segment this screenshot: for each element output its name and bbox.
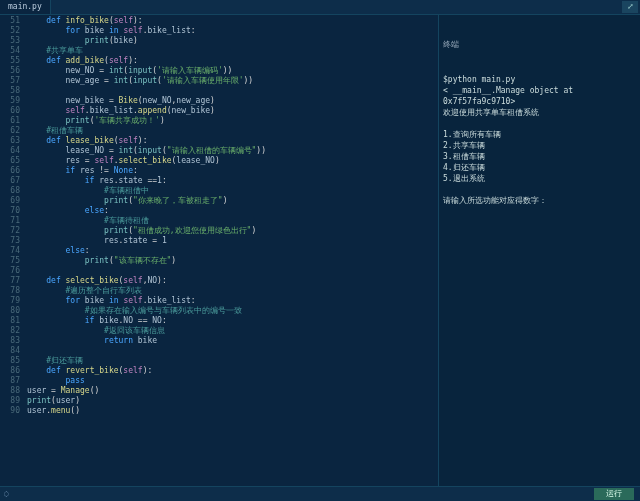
loading-icon: ◌ [4,489,14,499]
maximize-icon[interactable]: ⤢ [622,1,638,13]
status-bar: ◌ 运行 [0,486,640,501]
tab-bar: main.py ⤢ [0,0,640,15]
run-button[interactable]: 运行 [594,488,634,500]
tab-main-py[interactable]: main.py [0,0,51,14]
terminal-title: 终端 [443,39,636,50]
terminal-panel[interactable]: 终端 $python main.py < __main__.Manage obj… [438,15,640,486]
line-gutter: 51 52 53 54 55 56 57 58 59 60 61 62 63 6… [0,15,23,486]
terminal-output: $python main.py < __main__.Manage object… [443,74,636,206]
main-body: 51 52 53 54 55 56 57 58 59 60 61 62 63 6… [0,15,640,486]
code-editor[interactable]: 51 52 53 54 55 56 57 58 59 60 61 62 63 6… [0,15,438,486]
code-area[interactable]: def info_bike(self): for bike in self.bi… [23,15,438,486]
